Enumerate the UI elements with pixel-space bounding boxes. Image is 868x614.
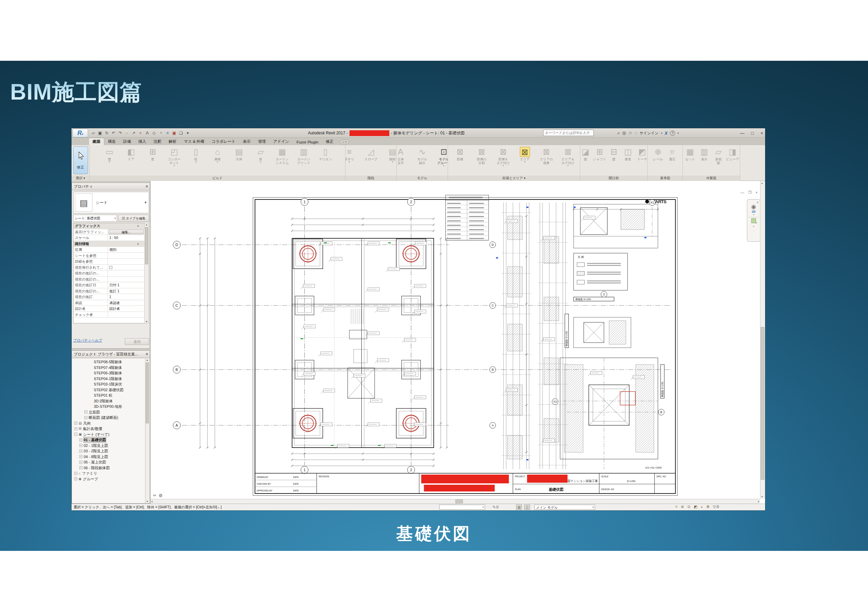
tool-部屋の分割[interactable]: ⊠部屋の 分割 xyxy=(471,146,492,176)
tool-シャフト[interactable]: ⊞シャフト xyxy=(593,146,606,176)
expand-icon[interactable]: + xyxy=(74,472,77,475)
tool-マリオン[interactable]: ▯マリオン xyxy=(315,146,336,176)
tool-屋根[interactable]: ⌂屋根▾ xyxy=(207,146,228,176)
tab-アドイン[interactable]: アドイン xyxy=(270,138,293,145)
design-option-combo[interactable]: メイン モデル∨ xyxy=(534,505,595,510)
default-3d-view-icon[interactable]: ◇ xyxy=(151,130,157,136)
expand-icon[interactable]: + xyxy=(74,477,77,480)
type-selector[interactable]: ▤ シート ▼ xyxy=(73,192,149,213)
property-value[interactable]: 設計者 xyxy=(108,306,144,312)
project-browser-header[interactable]: プロジェクト ブラウザ - 冨田様北葛...✕ xyxy=(72,351,150,358)
tool-立体文字[interactable]: A立体 文字 xyxy=(397,146,411,176)
property-value[interactable]: 日付 1 xyxy=(108,282,144,288)
tool-手すり[interactable]: ≡手すり▾ xyxy=(346,146,360,176)
property-value[interactable] xyxy=(108,258,144,264)
tool-壁[interactable]: ⊟壁 xyxy=(607,146,621,176)
expand-icon[interactable]: + xyxy=(74,427,77,431)
close-icon[interactable]: ✕ xyxy=(146,351,149,358)
expand-icon[interactable]: + xyxy=(79,455,82,458)
tool-通芯[interactable]: ⌗通芯 xyxy=(666,146,679,176)
tool-エリアの境界[interactable]: ⊠エリアの 境界 xyxy=(536,146,557,176)
expand-icon[interactable]: + xyxy=(79,449,82,453)
tab-表示[interactable]: 表示 xyxy=(239,138,254,145)
steering-wheel-icon[interactable]: ◉ xyxy=(747,204,760,210)
tool-セット[interactable]: ▦セット xyxy=(684,146,697,176)
tree-item-凡例[interactable]: +▤凡例 xyxy=(72,421,145,426)
property-value[interactable]: 承認者 xyxy=(108,300,144,306)
minimize-icon[interactable]: — xyxy=(740,131,744,136)
view-close-icon[interactable]: × xyxy=(756,190,758,195)
tool-参照面[interactable]: ▱参照 面 xyxy=(712,146,725,176)
tree-item-06 - 階段躯体図[interactable]: +06 - 階段躯体図 xyxy=(72,465,145,471)
tree-item-ファミリ[interactable]: +⌂ファミリ xyxy=(72,471,145,476)
tab-マス & 外構[interactable]: マス & 外構 xyxy=(180,138,208,145)
expand-icon[interactable]: + xyxy=(84,416,87,419)
application-menu-button[interactable]: R▾ xyxy=(73,129,88,137)
tool-面[interactable]: ◪面 xyxy=(580,146,592,176)
tool-壁[interactable]: ▭壁▾ xyxy=(99,146,120,176)
search-icon[interactable]: ⌕ xyxy=(617,130,620,136)
select-pinned-icon[interactable]: ⊙ xyxy=(687,505,690,509)
view-restore-icon[interactable]: ❐ xyxy=(748,190,752,195)
sign-in-button[interactable]: サインイン xyxy=(640,131,659,136)
modify-button[interactable]: 修正 xyxy=(73,146,88,174)
tree-item-03 - 2階見上図[interactable]: +03 - 2階見上図 xyxy=(72,448,145,454)
help-caret-icon[interactable]: ▾ xyxy=(677,132,679,135)
expand-icon[interactable]: + xyxy=(84,410,87,413)
tree-item-STEP02 基礎伏図[interactable]: STEP02 基礎伏図 xyxy=(72,387,145,393)
navbar-dot-icon[interactable]: ◦ xyxy=(747,229,760,232)
tool-モデル線分[interactable]: ∿モデル 線分 xyxy=(412,146,433,176)
apply-button[interactable]: 適用 xyxy=(125,338,149,345)
switch-windows-icon[interactable]: ❏ xyxy=(178,130,184,136)
tab-挿入[interactable]: 挿入 xyxy=(135,138,150,145)
background-processes-icon[interactable]: ⚙ xyxy=(706,505,710,509)
search-input[interactable] xyxy=(543,130,594,136)
tree-item-集計表/数量[interactable]: +⊞集計表/数量 xyxy=(72,426,145,432)
tool-床[interactable]: ▱床▾ xyxy=(250,146,271,176)
tool-天井[interactable]: ▤天井 xyxy=(229,146,250,176)
property-value[interactable]: 編集... xyxy=(108,229,144,235)
property-value[interactable]: 1 xyxy=(108,294,144,300)
tool-コンポーネント[interactable]: ◰コンポー ネント▾ xyxy=(164,146,185,176)
properties-header[interactable]: プロパティ✕ xyxy=(72,183,150,190)
filter-icon[interactable]: ▽:0 xyxy=(713,505,719,509)
tool-ビューア[interactable]: ◨ビューア xyxy=(726,146,739,176)
zoom-caret-icon[interactable]: ▾ xyxy=(747,225,760,228)
temporary-hide-isolate-icon[interactable]: ∞ xyxy=(153,493,156,497)
open-icon[interactable]: ▱ xyxy=(90,130,96,136)
tab-コラボレート[interactable]: コラボレート xyxy=(208,138,239,145)
measure-icon[interactable]: ⇔ xyxy=(124,130,130,136)
undo-icon[interactable]: ↶ xyxy=(111,130,116,136)
tree-item-STEP04-1階躯体[interactable]: STEP04-1階躯体 xyxy=(72,376,145,382)
expand-icon[interactable]: − xyxy=(74,433,77,436)
tag-icon[interactable]: ⌖ xyxy=(138,130,143,136)
tool-階段[interactable]: ▤階段▾ xyxy=(382,146,397,176)
tool-表示[interactable]: ▥表示 xyxy=(698,146,711,176)
tool-レベル[interactable]: ⊕レベル xyxy=(651,146,665,176)
tree-item-3D-STEP00-地形[interactable]: 3D-STEP00-地形 xyxy=(72,404,145,409)
maximize-icon[interactable]: □ xyxy=(751,131,754,136)
tool-柱[interactable]: ▯柱▾ xyxy=(186,146,206,176)
tree-item-シート (すべて)[interactable]: −▣シート (すべて) xyxy=(72,432,145,437)
tree-item-05 - 屋上伏図[interactable]: +05 - 屋上伏図 xyxy=(72,459,145,465)
tree-item-01 - 基礎伏図[interactable]: +01 - 基礎伏図 xyxy=(72,437,145,443)
tree-item-STEP07-4階躯体[interactable]: STEP07-4階躯体 xyxy=(72,365,145,371)
tab-設備[interactable]: 設備 xyxy=(119,138,135,145)
tree-item-STEP01 杭[interactable]: STEP01 杭 xyxy=(72,393,145,398)
thin-lines-icon[interactable]: ≡ xyxy=(164,130,170,136)
tree-item-グループ[interactable]: +◉グループ xyxy=(72,476,145,482)
instance-combo[interactable]: シート: 基礎伏図∨ xyxy=(73,215,117,222)
redo-icon[interactable]: ↷ xyxy=(118,130,123,136)
tree-item-3D:2階躯体[interactable]: 3D:2階躯体 xyxy=(72,398,145,404)
worksets-button[interactable]: ▤ xyxy=(516,505,522,510)
property-value[interactable]: 改訂 1 xyxy=(108,288,144,294)
tab-管理[interactable]: 管理 xyxy=(254,138,270,145)
tool-カーテンシステム[interactable]: ▦カーテン システム xyxy=(272,146,293,176)
zoom-icon[interactable] xyxy=(751,218,756,223)
vertical-scrollbar[interactable]: ▴▾ xyxy=(760,181,765,499)
workset-combo[interactable]: ∨ xyxy=(439,505,485,510)
edit-type-button[interactable]: ▦ タイプを編集 xyxy=(118,215,149,222)
select-links-icon[interactable]: ⌗ xyxy=(675,505,677,509)
tool-エリアをタグ付け[interactable]: ⊠エリアを タグ付け▾ xyxy=(558,146,578,176)
communication-center-icon[interactable]: ◎ xyxy=(622,130,626,136)
